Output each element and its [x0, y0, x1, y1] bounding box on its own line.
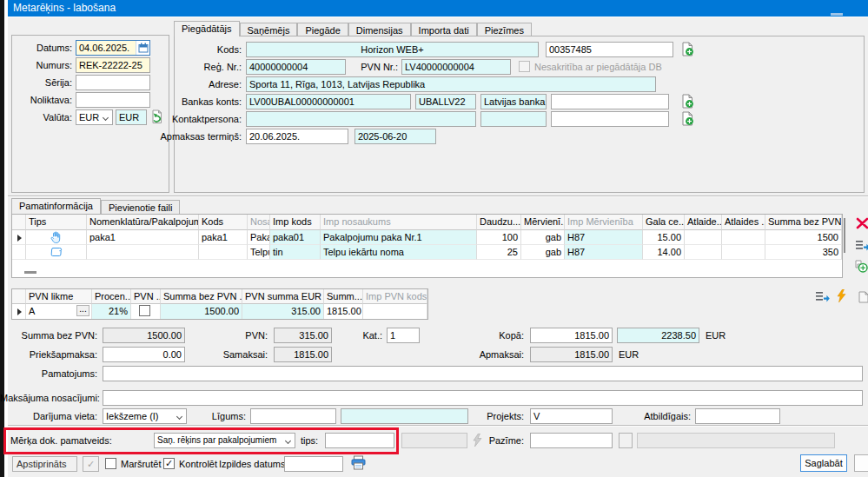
cell-mervieniba[interactable]: gab	[521, 245, 565, 260]
cell-nosaukums[interactable]: Pakalp...	[248, 230, 270, 245]
cell-atlaides[interactable]	[722, 245, 765, 260]
cell-gala-cena[interactable]: 15.00	[643, 230, 685, 245]
partial-button[interactable]	[854, 454, 868, 472]
document-add-icon[interactable]	[681, 111, 694, 126]
supplier-name-field[interactable]: Horizon WEB+	[246, 42, 539, 57]
col-imp-kods[interactable]: Imp kods	[270, 215, 321, 230]
col-pvn-summa[interactable]: PVN summa EUR	[242, 289, 324, 304]
noliktava-field[interactable]	[76, 92, 150, 108]
tab-pamatinformacija[interactable]: Pamatinformācija	[11, 198, 101, 214]
prieksapmaksa-field[interactable]: 0.00	[103, 347, 185, 362]
cell-daudzums[interactable]: 25	[477, 245, 521, 260]
cell-atlaide[interactable]	[685, 245, 722, 260]
numurs-field[interactable]: REK-22222-25	[76, 57, 150, 73]
kontaktpersona-field2[interactable]	[480, 111, 547, 127]
table-row[interactable]: paka1 paka1 Pakalp... paka01 Pakalpojumu…	[12, 230, 842, 245]
col-tips[interactable]: Tips	[26, 215, 87, 230]
kopa-field[interactable]: 1815.00	[530, 328, 613, 343]
cell-summa[interactable]: 1500	[765, 230, 842, 245]
cell-pvn-likme[interactable]: A...	[26, 304, 92, 319]
banka-extra-field[interactable]	[551, 94, 669, 109]
termins-imp-field[interactable]: 2025-06-20	[354, 129, 436, 144]
cell-atlaides[interactable]	[722, 230, 765, 245]
kat-field[interactable]: 1	[387, 328, 420, 343]
tab-dimensijas[interactable]: Dimensijas	[348, 23, 411, 36]
datums-field[interactable]: 04.06.2025.	[76, 40, 150, 56]
atbildigais-field[interactable]	[695, 408, 780, 424]
cell-nosaukums[interactable]: Telpu i...	[248, 245, 270, 260]
pazime-picker-button[interactable]	[619, 433, 633, 448]
h-scrollbar-thumb[interactable]	[24, 271, 36, 274]
col-gala-cena[interactable]: Gala ce...	[643, 215, 685, 230]
cell-summa-bez[interactable]: 1500.00	[161, 304, 242, 319]
serija-field[interactable]	[76, 75, 150, 90]
col-nomenklatura[interactable]: Nomenklatūra/Pakalpojums	[87, 215, 199, 230]
kontaktpersona-field[interactable]	[246, 111, 476, 127]
pazime-field[interactable]	[530, 433, 613, 448]
col-imp-nosaukums[interactable]: Imp nosaukums	[321, 215, 477, 230]
pvn-nr-field[interactable]: LV40000000004	[401, 59, 511, 75]
pamatojums-field[interactable]	[103, 366, 863, 381]
projekts-field[interactable]: V	[530, 408, 613, 424]
document-icon[interactable]	[858, 291, 868, 303]
ligums-field[interactable]	[250, 408, 336, 424]
cell-daudzums[interactable]: 100	[477, 230, 521, 245]
tab-importa-dati[interactable]: Importa dati	[411, 23, 477, 36]
col-atlaide[interactable]: Atlaide...	[685, 215, 722, 230]
tab-pievienotie-faili[interactable]: Pievienotie faili	[101, 200, 180, 214]
col-daudzums[interactable]: Daudzu...	[477, 215, 521, 230]
adrese-field[interactable]: Sporta 11, Rīga, 1013, Latvijas Republik…	[246, 76, 656, 92]
saglabat-button[interactable]: Saglabāt	[800, 454, 847, 472]
tab-sanemejs[interactable]: Saņēmējs	[240, 23, 298, 36]
col-pvn-likme[interactable]: PVN likme	[26, 289, 92, 304]
apstiprinats-button[interactable]: Apstiprināts	[12, 456, 77, 472]
calendar-icon[interactable]	[136, 41, 149, 55]
tips-field[interactable]	[325, 433, 394, 448]
cell-imp-kods[interactable]: tin	[270, 245, 321, 260]
merka-dok-combo[interactable]: Saņ. rēķins par pakalpojumiem	[154, 433, 295, 448]
cell-imp-nosaukums[interactable]: Pakalpojumu paka Nr.1	[321, 230, 477, 245]
add-row-icon[interactable]	[855, 260, 868, 273]
maksajuma-nosacijumi-field[interactable]	[103, 390, 863, 406]
supplier-number-field[interactable]: 00357485	[546, 42, 673, 57]
select-rows-icon[interactable]	[855, 240, 868, 251]
recalc-rows-icon[interactable]	[815, 291, 830, 302]
cell-nomenklatura[interactable]: paka1	[87, 230, 199, 245]
col-procenti[interactable]: Procen...	[92, 289, 131, 304]
col-atlaides[interactable]: Atlaides ...	[722, 215, 765, 230]
col-kods[interactable]: Kods	[199, 215, 248, 230]
tab-piezimes[interactable]: Piezīmes	[477, 23, 532, 36]
valuta-combo[interactable]: EUR	[76, 109, 113, 125]
col-pvn-flag[interactable]: PVN ...	[131, 289, 161, 304]
kontaktpersona-field3[interactable]	[551, 111, 669, 127]
col-mervieniba[interactable]: Mērvienī...	[521, 215, 565, 230]
izpildes-datums-field[interactable]	[284, 456, 343, 472]
v-scrollbar-thumb[interactable]	[844, 218, 845, 253]
cell-imp-kods[interactable]: paka01	[270, 230, 321, 245]
cell-procenti[interactable]: 21%	[92, 304, 131, 319]
cell-imp-nosaukums[interactable]: Telpu iekārtu noma	[321, 245, 477, 260]
darijuma-vieta-combo[interactable]: Iekšzeme (I)	[103, 408, 187, 424]
cell-pvn-summa[interactable]: 315.00	[242, 304, 324, 319]
col-summa-bez[interactable]: Summa bez PVN ...	[161, 289, 242, 304]
cell-gala-cena[interactable]: 14.00	[643, 245, 685, 260]
lightning-icon[interactable]	[837, 289, 846, 302]
cell-mervieniba[interactable]: gab	[521, 230, 565, 245]
minimize-icon[interactable]	[831, 13, 843, 16]
document-add-icon[interactable]	[681, 42, 694, 56]
valuta-code-field[interactable]: EUR	[116, 109, 147, 125]
delete-row-icon[interactable]	[856, 217, 868, 229]
pvn-checkbox[interactable]	[139, 305, 150, 316]
approve-check-button[interactable]: ✓	[83, 456, 99, 472]
bic-field[interactable]: UBALLV22	[415, 94, 476, 109]
mismatch-checkbox[interactable]	[519, 61, 530, 72]
ligums-imp-field[interactable]	[341, 408, 468, 424]
banka-field[interactable]: Latvijas banka	[480, 94, 547, 109]
table-row[interactable]: Telpu i... tin Telpu iekārtu noma 25 gab…	[12, 245, 842, 260]
tab-piegadatajs[interactable]: Piegādātājs	[174, 21, 240, 36]
konts-field[interactable]: LV00UBAL00000000001	[246, 94, 411, 109]
termins-field[interactable]: 20.06.2025.	[246, 129, 348, 144]
cell-summa[interactable]: 350	[765, 245, 842, 260]
col-nosaukums[interactable]: Nosa...	[248, 215, 270, 230]
marsrutet-checkbox[interactable]	[105, 458, 116, 469]
